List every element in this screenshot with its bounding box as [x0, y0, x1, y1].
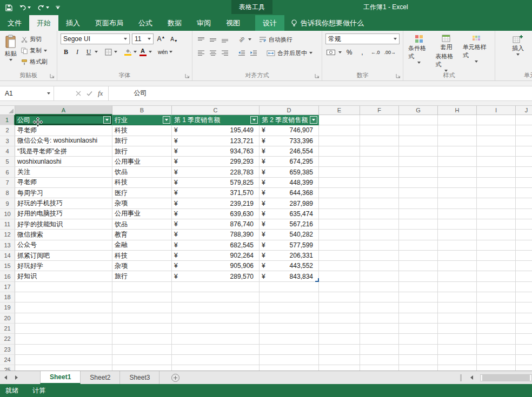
cell-J19[interactable]: [516, 302, 532, 313]
row-header-3[interactable]: 3: [0, 136, 15, 146]
cell-C20[interactable]: [172, 313, 260, 324]
cell-I21[interactable]: [477, 324, 516, 334]
cell-J22[interactable]: [516, 334, 532, 344]
table-resize-handle[interactable]: [315, 278, 319, 282]
cell-G20[interactable]: [399, 313, 438, 324]
cell-D17[interactable]: [260, 282, 319, 292]
cell-A20[interactable]: [15, 313, 112, 324]
cell-F14[interactable]: [360, 251, 399, 261]
cell-G11[interactable]: [399, 219, 438, 230]
cell-A8[interactable]: 每周学习: [15, 188, 112, 198]
cell-B13[interactable]: 金融: [112, 240, 172, 251]
cell-E23[interactable]: [319, 345, 360, 355]
cell-G8[interactable]: [399, 188, 438, 198]
cell-B6[interactable]: 饮品: [112, 167, 172, 177]
increase-decimal-button[interactable]: ←.0: [370, 47, 381, 58]
fill-color-button[interactable]: [122, 46, 133, 57]
tab-review[interactable]: 审阅: [189, 15, 218, 31]
column-header-D[interactable]: D: [260, 106, 319, 115]
cell-F1[interactable]: [360, 115, 399, 125]
cell-I2[interactable]: [477, 125, 516, 136]
cell-I24[interactable]: [477, 355, 516, 365]
cell-C25[interactable]: [172, 365, 260, 371]
cell-G18[interactable]: [399, 292, 438, 302]
cell-A25[interactable]: [15, 365, 112, 371]
cell-I13[interactable]: [477, 240, 516, 251]
filter-button-B[interactable]: [163, 116, 170, 124]
cell-D3[interactable]: ¥733,396: [260, 136, 319, 146]
cell-C3[interactable]: ¥123,721: [172, 136, 260, 146]
cell-styles-button[interactable]: 单元格样式: [460, 33, 493, 73]
cell-J20[interactable]: [516, 313, 532, 324]
cell-D22[interactable]: [260, 334, 319, 344]
cell-B10[interactable]: 公用事业: [112, 209, 172, 219]
row-header-25[interactable]: 25: [0, 365, 15, 371]
tab-formulas[interactable]: 公式: [131, 15, 160, 31]
cell-J2[interactable]: [516, 125, 532, 136]
cell-D9[interactable]: ¥287,989: [260, 198, 319, 208]
cell-G24[interactable]: [399, 355, 438, 365]
cell-I14[interactable]: [477, 251, 516, 261]
cell-G14[interactable]: [399, 251, 438, 261]
cancel-icon[interactable]: [76, 91, 81, 96]
cell-D14[interactable]: ¥206,331: [260, 251, 319, 261]
format-painter-button[interactable]: 格式刷: [19, 57, 49, 67]
row-header-17[interactable]: 17: [0, 282, 15, 292]
align-center-button[interactable]: [208, 48, 218, 58]
cell-G10[interactable]: [399, 209, 438, 219]
cell-J5[interactable]: [516, 157, 532, 167]
cell-J13[interactable]: [516, 240, 532, 251]
cell-F3[interactable]: [360, 136, 399, 146]
cell-J15[interactable]: [516, 261, 532, 271]
cell-G2[interactable]: [399, 125, 438, 136]
cell-B12[interactable]: 教育: [112, 230, 172, 240]
insert-cells-dropdown-icon[interactable]: [516, 53, 520, 56]
cell-B8[interactable]: 医疗: [112, 188, 172, 198]
filter-button-A[interactable]: [103, 116, 111, 124]
cell-B7[interactable]: 科技: [112, 178, 172, 188]
cell-D5[interactable]: ¥674,295: [260, 157, 319, 167]
cell-B18[interactable]: [112, 292, 172, 302]
cell-H23[interactable]: [438, 345, 477, 355]
cell-D24[interactable]: [260, 355, 319, 365]
cell-C24[interactable]: [172, 355, 260, 365]
borders-dropdown-icon[interactable]: [114, 51, 117, 53]
sheet-scroll-left-button[interactable]: [0, 371, 11, 384]
cell-H12[interactable]: [438, 230, 477, 240]
sheet-tab-sheet3[interactable]: Sheet3: [120, 371, 159, 384]
cell-H8[interactable]: [438, 188, 477, 198]
cell-F20[interactable]: [360, 313, 399, 324]
cell-J12[interactable]: [516, 230, 532, 240]
cell-styles-dropdown-icon[interactable]: [475, 60, 478, 63]
cell-A18[interactable]: [15, 292, 112, 302]
cell-D20[interactable]: [260, 313, 319, 324]
cell-D10[interactable]: ¥635,474: [260, 209, 319, 219]
cell-H20[interactable]: [438, 313, 477, 324]
cell-F16[interactable]: [360, 271, 399, 281]
cell-G17[interactable]: [399, 282, 438, 292]
cell-I17[interactable]: [477, 282, 516, 292]
insert-cells-button[interactable]: 插入: [509, 33, 527, 57]
row-header-13[interactable]: 13: [0, 240, 15, 251]
cell-C22[interactable]: [172, 334, 260, 344]
cell-C7[interactable]: ¥579,825: [172, 178, 260, 188]
percent-style-button[interactable]: %: [344, 47, 355, 58]
number-format-dropdown-icon[interactable]: [394, 38, 397, 40]
cell-H4[interactable]: [438, 146, 477, 157]
cell-H13[interactable]: [438, 240, 477, 251]
cell-E16[interactable]: [319, 271, 360, 281]
sheet-tab-sheet2[interactable]: Sheet2: [81, 371, 120, 384]
cell-J4[interactable]: [516, 146, 532, 157]
row-header-23[interactable]: 23: [0, 345, 15, 355]
scroll-left-button[interactable]: [466, 375, 477, 380]
cell-E3[interactable]: [319, 136, 360, 146]
filter-button-D[interactable]: [310, 116, 317, 124]
align-right-button[interactable]: [220, 48, 230, 58]
cell-B9[interactable]: 杂项: [112, 198, 172, 208]
row-header-10[interactable]: 10: [0, 209, 15, 219]
cell-C21[interactable]: [172, 324, 260, 334]
cell-C9[interactable]: ¥239,219: [172, 198, 260, 208]
row-header-4[interactable]: 4: [0, 146, 15, 157]
cell-C15[interactable]: ¥905,906: [172, 261, 260, 271]
cell-H17[interactable]: [438, 282, 477, 292]
